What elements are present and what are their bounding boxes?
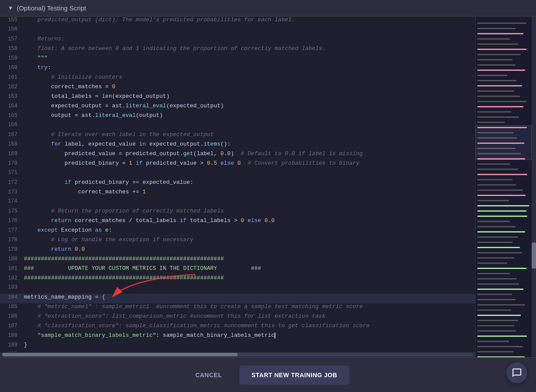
table-row: 158 float: A score between 0 and 1 indic… [0, 45, 475, 55]
minimap [475, 17, 532, 357]
table-row: 165 output = ast.literal_eval(output) [0, 112, 475, 122]
cancel-button[interactable]: CANCEL [187, 366, 231, 384]
main-content: 155 predicted_output (dict): The model's… [0, 17, 536, 357]
chat-button[interactable] [506, 362, 527, 383]
table-row: 168 for label, expected_value in expecte… [0, 141, 475, 150]
table-row: 176 return correct_matches / total_label… [0, 217, 475, 227]
table-row: 181 ### UPDATE YOUR CUSTOM METRICS IN TH… [0, 265, 475, 275]
table-row: 162 correct_matches = 0 [0, 83, 475, 93]
table-row: 170 predicted_binary = 1 if predicted_va… [0, 160, 475, 169]
table-row: 161 # Initialize counters [0, 74, 475, 83]
table-row: 156 [0, 26, 475, 36]
table-row: 164 expected_output = ast.literal_eval(e… [0, 103, 475, 112]
table-row: 185 # "metric_name1" : sample_metric1 #u… [0, 303, 475, 313]
table-row: 173 correct_matches += 1 [0, 189, 475, 198]
scrollbar-track [2, 353, 473, 356]
table-row: 175 # Return the proportion of correctly… [0, 208, 475, 217]
v-scrollbar-thumb[interactable] [532, 243, 536, 269]
footer: CANCEL START NEW TRAINING JOB [0, 357, 536, 392]
horizontal-scrollbar[interactable] [0, 352, 475, 357]
start-training-button[interactable]: START NEW TRAINING JOB [239, 365, 349, 385]
section-title: (Optional) Testing Script [17, 4, 86, 12]
table-row: 167 # Iterate over each label in the exp… [0, 131, 475, 141]
header-bar: ▼ (Optional) Testing Script [0, 0, 536, 17]
minimap-viewport [476, 125, 532, 160]
table-row: 178 # Log or handle the exception if nec… [0, 236, 475, 246]
table-row: 182 ####################################… [0, 275, 475, 284]
table-row: 159 """ [0, 55, 475, 64]
table-row: 172 if predicted_binary == expected_valu… [0, 179, 475, 189]
table-row: 183 [0, 284, 475, 294]
table-row: 187 # "classification_score": sample_cla… [0, 322, 475, 332]
code-lines: 155 predicted_output (dict): The model's… [0, 17, 475, 352]
table-row: 188 "sample_match_binary_labels_metric":… [0, 332, 475, 342]
table-row: 174 [0, 198, 475, 208]
table-row: 186 # "extraction_score": list_compariso… [0, 313, 475, 322]
table-row: 180 ####################################… [0, 256, 475, 265]
table-row: 163 total_labels = len(expected_output) [0, 93, 475, 103]
vertical-scrollbar[interactable] [532, 17, 536, 357]
table-row: 189 } [0, 342, 475, 351]
chat-icon [512, 368, 522, 378]
table-row: 171 [0, 169, 475, 179]
table-row: 160 try: [0, 64, 475, 74]
table-row: 155 predicted_output (dict): The model's… [0, 17, 475, 26]
table-row: 169 predicted_value = predicted_output.g… [0, 150, 475, 160]
code-editor[interactable]: 155 predicted_output (dict): The model's… [0, 17, 475, 357]
table-row: 177 except Exception as e: [0, 227, 475, 236]
table-row: 157 Returns: [0, 36, 475, 45]
table-row: 179 return 0.0 [0, 246, 475, 256]
collapse-arrow-icon[interactable]: ▼ [9, 5, 12, 12]
scrollbar-thumb[interactable] [2, 353, 238, 356]
table-row: 166 [0, 122, 475, 131]
table-row: 184 metrics_name_mapping = { [0, 294, 475, 303]
